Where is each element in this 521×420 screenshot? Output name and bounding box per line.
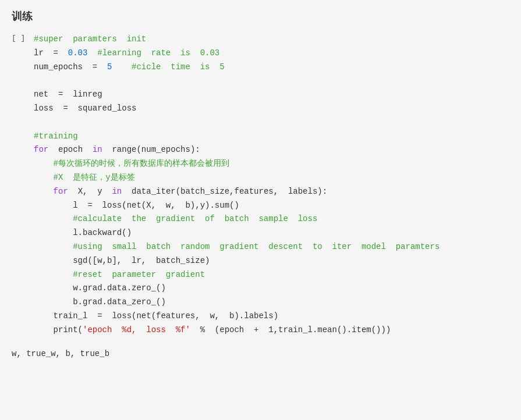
code-line-5: net = linreg bbox=[34, 88, 509, 102]
code-block: #super paramters init lr = 0.03 #learnin… bbox=[34, 33, 509, 337]
code-line-1: #super paramters init bbox=[34, 33, 509, 47]
page-title: 训练 bbox=[12, 9, 509, 23]
code-line-11: #X 是特征，y是标签 bbox=[34, 171, 509, 185]
code-line-19: w.grad.data.zero_() bbox=[34, 282, 509, 296]
notebook-cell: [ ] #super paramters init lr = 0.03 #lea… bbox=[12, 33, 509, 337]
code-line-12: for X, y in data_iter(batch_size,feature… bbox=[34, 185, 509, 199]
code-line-6: loss = squared_loss bbox=[34, 102, 509, 116]
code-line-21: train_l = loss(net(features, w, b).label… bbox=[34, 309, 509, 323]
comment: #super paramters init bbox=[34, 34, 146, 44]
code-line-20: b.grad.data_zero_() bbox=[34, 296, 509, 309]
bottom-line: w, true_w, b, true_b bbox=[12, 349, 509, 358]
code-line-14: #calculate the gradient of batch sample … bbox=[34, 212, 509, 226]
code-line-18: #reset parameter gradient bbox=[34, 268, 509, 282]
code-line-8: #training bbox=[34, 130, 509, 144]
cell-bracket: [ ] bbox=[12, 33, 28, 42]
page-container: 训练 [ ] #super paramters init lr = 0.03 #… bbox=[0, 0, 521, 420]
code-line-22: print('epoch %d, loss %f' % (epoch + 1,t… bbox=[34, 323, 509, 337]
code-line-9: for epoch in range(num_epochs): bbox=[34, 143, 509, 157]
code-line-10: #每次循环的时候，所有数据库的样本都会被用到 bbox=[34, 157, 509, 171]
code-line-16: #using small batch random gradient desce… bbox=[34, 240, 509, 254]
code-line-15: l.backward() bbox=[34, 226, 509, 240]
code-line-blank2 bbox=[34, 116, 509, 130]
code-line-blank1 bbox=[34, 74, 509, 88]
code-line-2: lr = 0.03 #learning rate is 0.03 bbox=[34, 47, 509, 60]
code-line-13: l = loss(net(X, w, b),y).sum() bbox=[34, 199, 509, 213]
code-line-17: sgd([w,b], lr, batch_size) bbox=[34, 254, 509, 268]
code-line-3: num_epochs = 5 #cicle time is 5 bbox=[34, 60, 509, 74]
